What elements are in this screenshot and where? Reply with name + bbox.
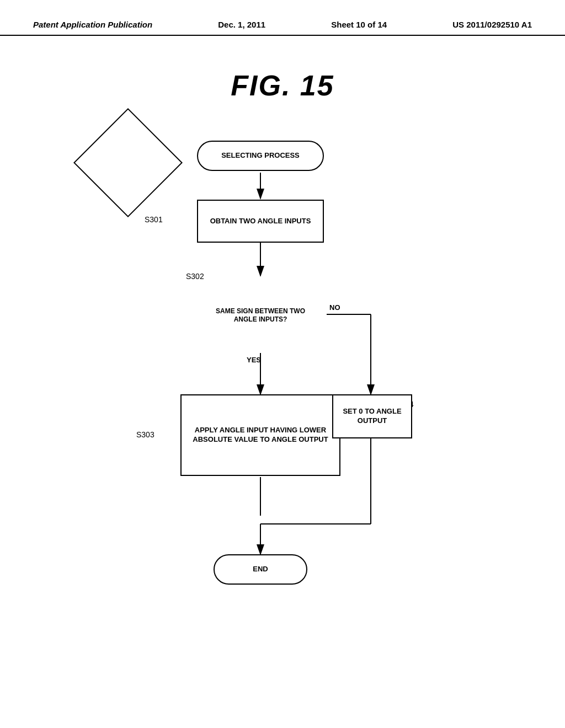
s301-text: OBTAIN TWO ANGLE INPUTS: [210, 217, 311, 226]
patent-number: US 2011/0292510 A1: [452, 20, 532, 29]
publication-label: Patent Application Publication: [33, 20, 152, 29]
end-label: END: [253, 565, 268, 574]
diamond-label: SAME SIGN BETWEEN TWO ANGLE INPUTS?: [205, 307, 316, 324]
start-label: SELECTING PROCESS: [221, 151, 300, 160]
diamond-node: [73, 108, 183, 217]
diamond-text: SAME SIGN BETWEEN TWO ANGLE INPUTS?: [205, 277, 316, 354]
s304-text: SET 0 TO ANGLE OUTPUT: [333, 407, 411, 426]
s304-node: SET 0 TO ANGLE OUTPUT: [332, 394, 412, 438]
page-header: Patent Application Publication Dec. 1, 2…: [0, 0, 565, 36]
s303-step-label: S303: [136, 430, 154, 439]
yes-label: YES: [247, 356, 261, 364]
s301-node: OBTAIN TWO ANGLE INPUTS: [197, 200, 324, 243]
s303-text: APPLY ANGLE INPUT HAVING LOWER ABSOLUTE …: [182, 426, 339, 445]
sheet-label: Sheet 10 of 14: [331, 20, 387, 29]
s301-step-label: S301: [145, 215, 163, 224]
date-label: Dec. 1, 2011: [218, 20, 265, 29]
end-node: END: [214, 554, 307, 585]
flowchart-diagram: SELECTING PROCESS S301 OBTAIN TWO ANGLE …: [89, 124, 476, 703]
no-label: NO: [329, 303, 340, 312]
figure-title: FIG. 15: [0, 69, 565, 102]
s302-step-label: S302: [186, 272, 204, 281]
s303-node: APPLY ANGLE INPUT HAVING LOWER ABSOLUTE …: [180, 394, 340, 476]
start-node: SELECTING PROCESS: [197, 141, 324, 171]
